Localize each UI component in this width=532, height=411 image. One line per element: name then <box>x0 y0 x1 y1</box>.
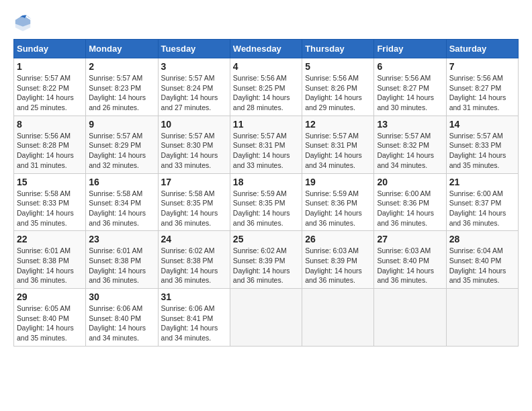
weekday-header: Monday <box>86 40 158 58</box>
day-number: 14 <box>449 119 515 130</box>
calendar-day-cell: 21 Sunrise: 6:00 AM Sunset: 8:37 PM Dayl… <box>446 173 518 231</box>
calendar-week-row: 8 Sunrise: 5:56 AM Sunset: 8:28 PM Dayli… <box>14 116 519 173</box>
calendar-day-cell: 13 Sunrise: 5:57 AM Sunset: 8:32 PM Dayl… <box>374 116 446 173</box>
day-number: 4 <box>233 61 299 72</box>
day-number: 20 <box>377 177 443 187</box>
weekday-header: Sunday <box>14 40 86 58</box>
calendar-body: 1 Sunrise: 5:57 AM Sunset: 8:22 PM Dayli… <box>14 58 519 347</box>
day-number: 7 <box>449 61 515 72</box>
calendar-day-cell <box>446 289 518 347</box>
day-info: Sunrise: 5:57 AM Sunset: 8:22 PM Dayligh… <box>17 73 83 113</box>
calendar-day-cell: 25 Sunrise: 6:02 AM Sunset: 8:39 PM Dayl… <box>230 231 302 289</box>
day-number: 9 <box>89 119 154 130</box>
calendar-day-cell: 23 Sunrise: 6:01 AM Sunset: 8:38 PM Dayl… <box>86 231 158 289</box>
day-info: Sunrise: 5:56 AM Sunset: 8:26 PM Dayligh… <box>305 73 371 113</box>
day-info: Sunrise: 5:59 AM Sunset: 8:36 PM Dayligh… <box>305 189 371 228</box>
calendar-table: SundayMondayTuesdayWednesdayThursdayFrid… <box>13 39 519 347</box>
weekday-header: Friday <box>374 40 446 58</box>
day-number: 10 <box>161 119 227 130</box>
day-number: 26 <box>305 234 371 244</box>
day-number: 11 <box>233 119 299 130</box>
calendar-day-cell: 2 Sunrise: 5:57 AM Sunset: 8:23 PM Dayli… <box>86 58 158 116</box>
calendar-day-cell: 10 Sunrise: 5:57 AM Sunset: 8:30 PM Dayl… <box>158 116 230 173</box>
day-info: Sunrise: 6:00 AM Sunset: 8:36 PM Dayligh… <box>377 189 443 228</box>
calendar-day-cell: 30 Sunrise: 6:06 AM Sunset: 8:40 PM Dayl… <box>86 289 158 347</box>
day-info: Sunrise: 5:58 AM Sunset: 8:35 PM Dayligh… <box>161 189 227 228</box>
day-number: 24 <box>161 234 227 244</box>
day-info: Sunrise: 5:57 AM Sunset: 8:30 PM Dayligh… <box>161 131 227 171</box>
day-info: Sunrise: 5:57 AM Sunset: 8:24 PM Dayligh… <box>161 73 227 113</box>
day-info: Sunrise: 5:56 AM Sunset: 8:27 PM Dayligh… <box>377 73 443 113</box>
calendar-day-cell: 24 Sunrise: 6:02 AM Sunset: 8:38 PM Dayl… <box>158 231 230 289</box>
day-number: 13 <box>377 119 443 130</box>
day-number: 19 <box>305 177 371 187</box>
day-info: Sunrise: 6:00 AM Sunset: 8:37 PM Dayligh… <box>449 189 515 228</box>
calendar-week-row: 1 Sunrise: 5:57 AM Sunset: 8:22 PM Dayli… <box>14 58 519 116</box>
calendar-day-cell: 8 Sunrise: 5:56 AM Sunset: 8:28 PM Dayli… <box>14 116 86 173</box>
day-number: 5 <box>305 61 371 72</box>
day-number: 23 <box>89 234 154 244</box>
calendar-week-row: 22 Sunrise: 6:01 AM Sunset: 8:38 PM Dayl… <box>14 231 519 289</box>
day-number: 15 <box>17 177 83 187</box>
calendar-day-cell: 22 Sunrise: 6:01 AM Sunset: 8:38 PM Dayl… <box>14 231 86 289</box>
calendar-day-cell: 5 Sunrise: 5:56 AM Sunset: 8:26 PM Dayli… <box>302 58 374 116</box>
day-number: 3 <box>161 61 227 72</box>
day-number: 21 <box>449 177 515 187</box>
day-number: 6 <box>377 61 443 72</box>
day-info: Sunrise: 5:56 AM Sunset: 8:28 PM Dayligh… <box>17 131 83 171</box>
calendar-day-cell: 17 Sunrise: 5:58 AM Sunset: 8:35 PM Dayl… <box>158 173 230 231</box>
calendar-day-cell: 7 Sunrise: 5:56 AM Sunset: 8:27 PM Dayli… <box>446 58 518 116</box>
day-number: 12 <box>305 119 371 130</box>
page-header <box>13 13 519 32</box>
calendar-day-cell <box>374 289 446 347</box>
calendar-day-cell: 1 Sunrise: 5:57 AM Sunset: 8:22 PM Dayli… <box>14 58 86 116</box>
calendar-day-cell: 4 Sunrise: 5:56 AM Sunset: 8:25 PM Dayli… <box>230 58 302 116</box>
weekday-header: Thursday <box>302 40 374 58</box>
calendar-day-cell: 18 Sunrise: 5:59 AM Sunset: 8:35 PM Dayl… <box>230 173 302 231</box>
day-info: Sunrise: 5:56 AM Sunset: 8:25 PM Dayligh… <box>233 73 299 113</box>
day-info: Sunrise: 5:57 AM Sunset: 8:32 PM Dayligh… <box>377 131 443 171</box>
calendar-day-cell: 12 Sunrise: 5:57 AM Sunset: 8:31 PM Dayl… <box>302 116 374 173</box>
day-number: 25 <box>233 234 299 244</box>
day-info: Sunrise: 5:57 AM Sunset: 8:31 PM Dayligh… <box>305 131 371 171</box>
day-info: Sunrise: 6:06 AM Sunset: 8:41 PM Dayligh… <box>161 304 227 343</box>
calendar-day-cell: 3 Sunrise: 5:57 AM Sunset: 8:24 PM Dayli… <box>158 58 230 116</box>
day-number: 30 <box>89 291 154 302</box>
day-info: Sunrise: 6:02 AM Sunset: 8:38 PM Dayligh… <box>161 246 227 285</box>
day-info: Sunrise: 5:57 AM Sunset: 8:31 PM Dayligh… <box>233 131 299 171</box>
calendar-week-row: 29 Sunrise: 6:05 AM Sunset: 8:40 PM Dayl… <box>14 289 519 347</box>
day-info: Sunrise: 6:03 AM Sunset: 8:40 PM Dayligh… <box>377 246 443 285</box>
day-info: Sunrise: 5:57 AM Sunset: 8:23 PM Dayligh… <box>89 73 154 113</box>
weekday-row: SundayMondayTuesdayWednesdayThursdayFrid… <box>14 40 519 58</box>
calendar-day-cell: 16 Sunrise: 5:58 AM Sunset: 8:34 PM Dayl… <box>86 173 158 231</box>
calendar-day-cell: 6 Sunrise: 5:56 AM Sunset: 8:27 PM Dayli… <box>374 58 446 116</box>
calendar-day-cell: 26 Sunrise: 6:03 AM Sunset: 8:39 PM Dayl… <box>302 231 374 289</box>
weekday-header: Wednesday <box>230 40 302 58</box>
calendar-day-cell: 29 Sunrise: 6:05 AM Sunset: 8:40 PM Dayl… <box>14 289 86 347</box>
day-info: Sunrise: 6:05 AM Sunset: 8:40 PM Dayligh… <box>17 304 83 343</box>
day-info: Sunrise: 5:58 AM Sunset: 8:34 PM Dayligh… <box>89 189 154 228</box>
calendar-day-cell: 14 Sunrise: 5:57 AM Sunset: 8:33 PM Dayl… <box>446 116 518 173</box>
weekday-header: Saturday <box>446 40 518 58</box>
day-info: Sunrise: 6:06 AM Sunset: 8:40 PM Dayligh… <box>89 304 154 343</box>
day-number: 29 <box>17 291 83 302</box>
day-number: 18 <box>233 177 299 187</box>
calendar-day-cell: 28 Sunrise: 6:04 AM Sunset: 8:40 PM Dayl… <box>446 231 518 289</box>
weekday-header: Tuesday <box>158 40 230 58</box>
day-number: 8 <box>17 119 83 130</box>
calendar-header: SundayMondayTuesdayWednesdayThursdayFrid… <box>14 40 519 58</box>
calendar-day-cell: 31 Sunrise: 6:06 AM Sunset: 8:41 PM Dayl… <box>158 289 230 347</box>
day-info: Sunrise: 5:59 AM Sunset: 8:35 PM Dayligh… <box>233 189 299 228</box>
calendar-day-cell: 27 Sunrise: 6:03 AM Sunset: 8:40 PM Dayl… <box>374 231 446 289</box>
day-info: Sunrise: 6:04 AM Sunset: 8:40 PM Dayligh… <box>449 246 515 285</box>
day-number: 31 <box>161 291 227 302</box>
day-number: 28 <box>449 234 515 244</box>
calendar-day-cell: 9 Sunrise: 5:57 AM Sunset: 8:29 PM Dayli… <box>86 116 158 173</box>
calendar-day-cell <box>230 289 302 347</box>
day-info: Sunrise: 5:57 AM Sunset: 8:29 PM Dayligh… <box>89 131 154 171</box>
day-info: Sunrise: 6:02 AM Sunset: 8:39 PM Dayligh… <box>233 246 299 285</box>
day-info: Sunrise: 5:58 AM Sunset: 8:33 PM Dayligh… <box>17 189 83 228</box>
calendar-day-cell <box>302 289 374 347</box>
day-number: 1 <box>17 61 83 72</box>
logo <box>13 13 35 32</box>
